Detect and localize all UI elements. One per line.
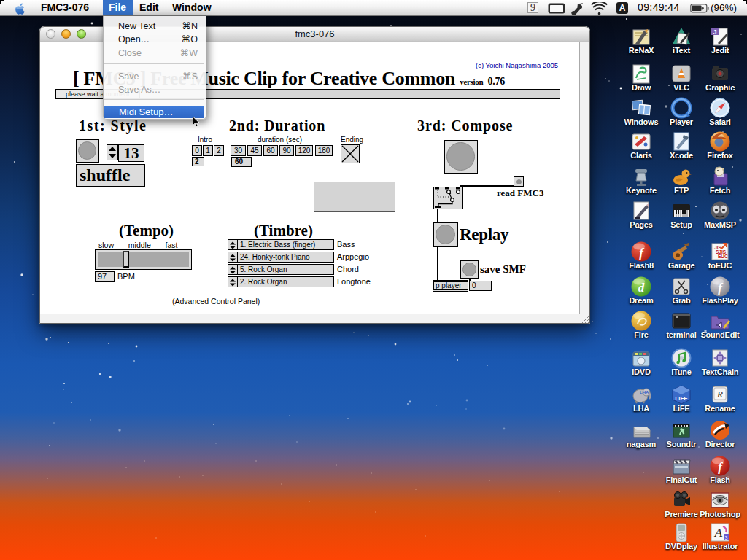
svg-text:J: J [713,28,716,36]
svg-text:A: A [714,526,723,540]
svg-text:EUC: EUC [718,254,728,259]
svg-text:d: d [638,281,645,295]
svg-text:LHA: LHA [640,390,649,394]
svg-text:LiFE: LiFE [675,395,688,402]
svg-text:R: R [716,389,723,400]
svg-text:3: 3 [725,535,728,540]
